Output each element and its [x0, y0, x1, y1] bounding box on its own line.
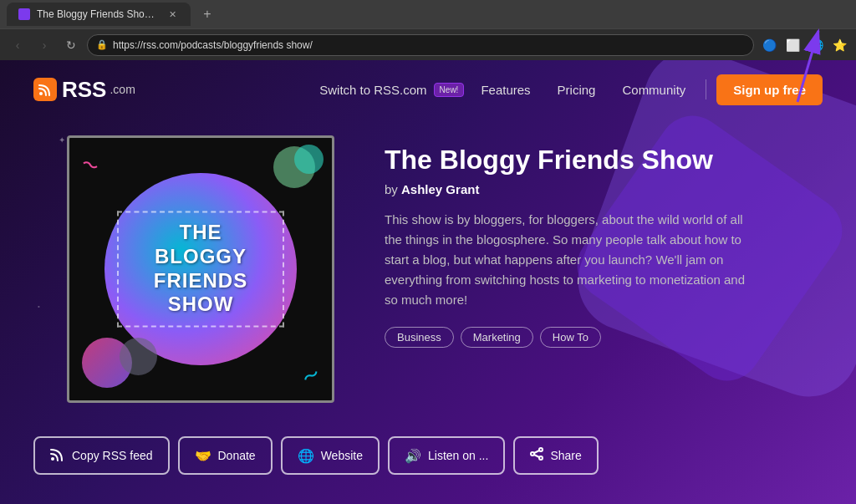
listen-icon: 🔊 — [405, 448, 421, 464]
svg-point-3 — [51, 457, 54, 461]
website-icon: 🌐 — [298, 448, 314, 464]
tag-business[interactable]: Business — [385, 327, 454, 348]
logo-dotcom-text: .com — [110, 83, 135, 96]
reload-button[interactable]: ↻ — [60, 34, 82, 56]
cover-squiggle-top: 〜 — [79, 152, 102, 179]
listen-button[interactable]: 🔊 Listen on ... — [388, 436, 505, 475]
pricing-link[interactable]: Pricing — [548, 78, 606, 102]
donate-button[interactable]: 🤝 Donate — [178, 436, 273, 475]
tab-title: The Bloggy Friends Show | RSS.c... — [37, 8, 159, 20]
donate-icon: 🤝 — [195, 448, 211, 464]
switch-to-rss-link[interactable]: Switch to RSS.com New! — [319, 83, 464, 97]
website-button[interactable]: 🌐 Website — [281, 436, 380, 475]
extension-icon-3[interactable]: 🌐 — [806, 35, 826, 55]
copy-rss-label: Copy RSS feed — [72, 449, 153, 462]
podcast-cover-art: 〜 〜 THE BLOGGY FRIENDS SHOW — [67, 135, 334, 403]
share-label: Share — [550, 449, 581, 462]
podcast-title: The Bloggy Friends Show — [385, 144, 806, 176]
browser-tab[interactable]: The Bloggy Friends Show | RSS.c... ✕ — [7, 3, 191, 26]
site-logo[interactable]: RSS.com — [33, 77, 135, 103]
listen-label: Listen on ... — [428, 449, 488, 462]
signup-button[interactable]: Sign up free — [716, 74, 823, 105]
svg-point-4 — [539, 448, 543, 451]
browser-extensions: 🔵 ⬜ 🌐 ⭐ — [759, 35, 849, 55]
website-nav: RSS.com Switch to RSS.com New! Features … — [0, 60, 856, 119]
tab-favicon — [18, 8, 30, 20]
cover-line1: THE — [180, 221, 222, 243]
extension-icon-1[interactable]: 🔵 — [759, 35, 779, 55]
author-name: Ashley Grant — [401, 182, 479, 196]
address-bar[interactable]: 🔒 https://rss.com/podcasts/bloggyfriends… — [87, 34, 754, 56]
cover-line3: FRIENDS — [154, 269, 247, 292]
browser-nav-bar: ‹ › ↻ 🔒 https://rss.com/podcasts/bloggyf… — [0, 28, 856, 60]
svg-line-7 — [534, 451, 539, 453]
rss-feed-icon — [50, 446, 65, 465]
podcast-author: by Ashley Grant — [385, 182, 806, 196]
website-content: ✦ • RSS.com Switch to RSS.com New! Featu… — [0, 60, 856, 504]
back-button[interactable]: ‹ — [7, 34, 28, 56]
main-content: 〜 〜 THE BLOGGY FRIENDS SHOW The Bloggy F… — [0, 119, 856, 420]
address-text: https://rss.com/podcasts/bloggyfriends s… — [113, 39, 313, 51]
nav-divider — [706, 79, 706, 99]
website-label: Website — [321, 449, 363, 462]
forward-button[interactable]: › — [33, 34, 55, 56]
donate-label: Donate — [218, 449, 256, 462]
new-tab-button[interactable]: + — [197, 4, 217, 24]
title-bar: The Bloggy Friends Show | RSS.c... ✕ + — [0, 0, 856, 28]
action-buttons: Copy RSS feed 🤝 Donate 🌐 Website 🔊 Liste… — [0, 420, 856, 491]
svg-point-5 — [539, 456, 543, 460]
switch-label: Switch to RSS.com — [319, 83, 426, 97]
svg-point-2 — [39, 92, 43, 95]
extension-icon-4[interactable]: ⭐ — [829, 35, 849, 55]
cover-line2: BLOGGY — [155, 245, 247, 267]
extension-icon-2[interactable]: ⬜ — [782, 35, 802, 55]
tag-howto[interactable]: How To — [540, 327, 601, 348]
features-link[interactable]: Features — [471, 78, 540, 102]
community-link[interactable]: Community — [612, 78, 696, 102]
cover-text: THE BLOGGY FRIENDS SHOW — [117, 211, 284, 327]
logo-rss-text: RSS — [62, 77, 106, 103]
svg-line-8 — [534, 455, 539, 457]
podcast-tags: Business Marketing How To — [385, 327, 806, 348]
podcast-info: The Bloggy Friends Show by Ashley Grant … — [385, 135, 806, 373]
cover-decor-circle-tr — [294, 145, 324, 174]
podcast-description: This show is by bloggers, for bloggers, … — [385, 210, 752, 310]
svg-point-6 — [531, 452, 534, 456]
cover-line4: SHOW — [168, 293, 234, 316]
author-prefix: by — [385, 182, 401, 196]
tag-marketing[interactable]: Marketing — [461, 327, 533, 348]
cover-squiggle-bottom: 〜 — [298, 363, 324, 390]
new-badge: New! — [434, 83, 465, 97]
lock-icon: 🔒 — [96, 39, 108, 50]
copy-rss-button[interactable]: Copy RSS feed — [33, 436, 170, 475]
share-icon — [530, 447, 543, 464]
rss-icon — [33, 78, 57, 101]
share-button[interactable]: Share — [513, 436, 598, 475]
nav-links: Switch to RSS.com New! Features Pricing … — [319, 74, 823, 105]
cover-circle-br — [120, 338, 157, 375]
tab-close-button[interactable]: ✕ — [166, 8, 179, 21]
